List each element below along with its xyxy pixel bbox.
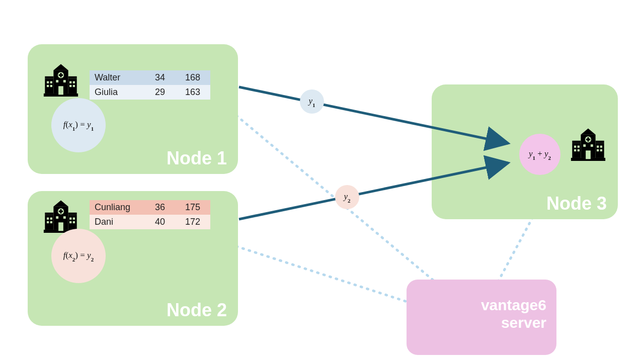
svg-rect-52 <box>586 150 591 159</box>
svg-rect-7 <box>45 76 53 79</box>
node-2-table: Cunliang 36 175 Dani 40 172 <box>90 200 210 229</box>
svg-rect-15 <box>69 81 71 83</box>
y2-label: y2 <box>344 192 350 202</box>
svg-rect-28 <box>45 213 53 215</box>
svg-rect-40 <box>56 216 58 219</box>
hospital-icon <box>41 63 80 102</box>
svg-rect-32 <box>47 218 49 220</box>
table-row: Walter 34 168 <box>90 70 210 85</box>
table-row: Dani 40 172 <box>90 215 210 229</box>
svg-rect-18 <box>73 85 75 87</box>
svg-rect-20 <box>63 80 66 82</box>
svg-rect-8 <box>68 76 77 79</box>
node-2-formula-circle: f(x2) = y2 <box>51 229 106 283</box>
server-title-line1: vantage6 <box>481 297 546 313</box>
server-title: vantage6 server <box>481 297 546 331</box>
svg-rect-55 <box>574 149 576 151</box>
table-row: Giulia 29 163 <box>90 85 210 100</box>
svg-rect-57 <box>597 146 599 148</box>
svg-rect-60 <box>600 149 602 151</box>
svg-rect-39 <box>73 221 75 223</box>
svg-rect-17 <box>69 85 71 87</box>
svg-rect-38 <box>69 221 71 223</box>
node-1-title: Node 1 <box>167 148 227 169</box>
svg-rect-44 <box>59 211 63 212</box>
svg-line-2 <box>498 216 533 282</box>
y1-label: y1 <box>308 96 315 107</box>
svg-rect-58 <box>600 146 602 148</box>
svg-rect-53 <box>574 146 576 148</box>
svg-rect-56 <box>578 149 580 151</box>
svg-marker-45 <box>581 128 595 134</box>
svg-rect-59 <box>597 149 599 151</box>
edge-y1-label: y1 <box>300 89 324 114</box>
svg-rect-37 <box>73 218 75 220</box>
svg-rect-16 <box>73 81 75 83</box>
svg-rect-31 <box>58 222 63 231</box>
result-circle: y1 + y2 <box>519 134 560 175</box>
node-1-table: Walter 34 168 Giulia 29 163 <box>90 70 210 100</box>
node-2-title: Node 2 <box>167 300 227 321</box>
result-formula: y1 + y2 <box>529 149 551 159</box>
svg-rect-49 <box>572 141 581 143</box>
server-title-line2: server <box>501 314 546 331</box>
hospital-icon <box>569 127 608 166</box>
svg-rect-13 <box>47 85 49 87</box>
svg-marker-3 <box>53 64 68 70</box>
svg-rect-34 <box>47 221 49 223</box>
table-row: Cunliang 36 175 <box>90 200 210 215</box>
svg-rect-41 <box>63 216 66 219</box>
svg-rect-29 <box>68 213 77 215</box>
node-3-title: Node 3 <box>546 193 607 214</box>
svg-rect-12 <box>50 81 52 83</box>
svg-rect-62 <box>591 144 593 147</box>
svg-rect-36 <box>69 218 71 220</box>
svg-rect-23 <box>59 74 63 76</box>
node-1-formula-circle: f(x1) = y1 <box>51 98 106 152</box>
svg-rect-65 <box>586 139 591 140</box>
svg-rect-11 <box>47 81 49 83</box>
svg-rect-33 <box>50 218 52 220</box>
svg-marker-24 <box>53 200 68 206</box>
node-1-formula: f(x1) = y1 <box>63 120 94 130</box>
server-box: vantage6 server <box>407 280 556 355</box>
node-2-formula: f(x2) = y2 <box>63 250 94 261</box>
svg-rect-10 <box>58 86 63 95</box>
svg-rect-19 <box>56 80 58 82</box>
svg-rect-54 <box>578 146 580 148</box>
svg-rect-50 <box>596 141 604 143</box>
svg-rect-14 <box>50 85 52 87</box>
edge-y2-label: y2 <box>335 185 359 209</box>
svg-rect-61 <box>583 144 586 147</box>
svg-rect-35 <box>50 221 52 223</box>
